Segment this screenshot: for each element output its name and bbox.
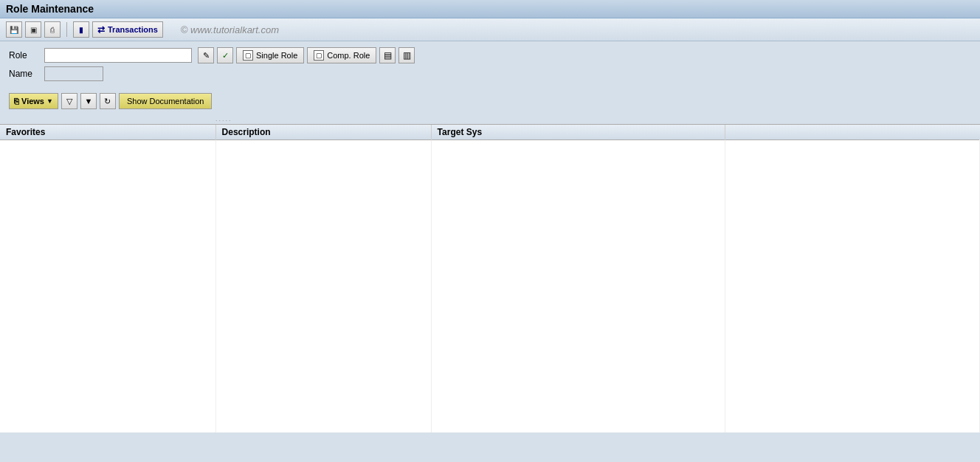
role-label: Role [9, 50, 38, 61]
title-bar: Role Maintenance [0, 0, 980, 18]
table-row [0, 207, 980, 220]
show-doc-label: Show Documentation [127, 97, 204, 106]
table-row [0, 393, 980, 406]
views-table-icon: ⎘ [14, 97, 19, 106]
table-row [0, 353, 980, 366]
name-row: Name [9, 66, 971, 81]
table-row [0, 419, 980, 432]
filter-icon: ▽ [66, 97, 72, 106]
refresh-button[interactable]: ↻ [100, 93, 116, 109]
info-button[interactable]: ▮ [73, 21, 89, 38]
single-role-label: Single Role [256, 51, 297, 60]
icon-btn-1[interactable]: ▤ [379, 47, 396, 63]
table-wrapper: Favorites Description Target Sys [0, 124, 980, 432]
views-dropdown-icon: ▼ [46, 97, 53, 105]
save-icon: 💾 [10, 26, 18, 34]
main-table: Favorites Description Target Sys [0, 125, 980, 432]
toolbar-separator-1 [66, 22, 67, 37]
comp-role-icon: ▢ [314, 50, 324, 61]
icon-btn-2[interactable]: ▥ [398, 47, 415, 63]
resizer-dots: ..... [215, 115, 232, 123]
info-icon: ▮ [79, 26, 83, 34]
table-row [0, 220, 980, 233]
grid-icon-1: ▤ [384, 50, 392, 61]
edit-role-button[interactable]: ✎ [198, 47, 214, 63]
refresh-icon: ↻ [104, 97, 111, 106]
views-toolbar: ⎘ Views ▼ ▽ ▼ ↻ Show Documentation [0, 90, 980, 115]
table-header-row: Favorites Description Target Sys [0, 125, 980, 140]
description-col-header: Description [215, 125, 431, 140]
table-row [0, 193, 980, 207]
views-label: Views [21, 97, 44, 106]
table-row [0, 233, 980, 246]
target-sys-col-header: Target Sys [431, 125, 725, 140]
transactions-icon: ⇄ [97, 24, 105, 35]
table-row [0, 246, 980, 260]
page-title: Role Maintenance [6, 3, 94, 15]
role-actions: ✎ ✓ ▢ Single Role ▢ Comp. Role ▤ ▥ [198, 47, 415, 63]
table-row [0, 326, 980, 339]
table-row [0, 313, 980, 326]
table-row [0, 167, 980, 180]
filter-button[interactable]: ▽ [61, 93, 77, 109]
save-button[interactable]: 💾 [6, 21, 22, 38]
filter-set-button[interactable]: ▼ [80, 93, 97, 109]
check-role-button[interactable]: ✓ [217, 47, 233, 63]
table-row [0, 273, 980, 286]
transactions-label: Transactions [108, 25, 158, 34]
table-row [0, 366, 980, 379]
grid-icon-2: ▥ [403, 50, 411, 61]
delete-icon: ▣ [30, 26, 37, 34]
table-row [0, 180, 980, 193]
table-row [0, 300, 980, 313]
column-resizer-row: ..... [0, 115, 980, 124]
comp-role-button[interactable]: ▢ Comp. Role [307, 47, 376, 63]
table-row [0, 379, 980, 393]
edit-icon: ✎ [203, 51, 210, 61]
single-role-icon: ▢ [243, 50, 253, 61]
table-row [0, 140, 980, 154]
table-row [0, 260, 980, 273]
form-area: Role ✎ ✓ ▢ Single Role ▢ Comp. Role ▤ ▥ [0, 41, 980, 90]
table-body [0, 140, 980, 432]
table-header: Favorites Description Target Sys [0, 125, 980, 140]
favorites-col-header: Favorites [0, 125, 215, 140]
show-documentation-button[interactable]: Show Documentation [119, 93, 213, 109]
check-icon: ✓ [222, 51, 229, 61]
filter-set-icon: ▼ [84, 97, 92, 106]
table-row [0, 339, 980, 353]
views-button[interactable]: ⎘ Views ▼ [9, 93, 58, 109]
single-role-button[interactable]: ▢ Single Role [236, 47, 304, 63]
name-label: Name [9, 69, 38, 79]
role-input[interactable] [44, 48, 192, 63]
print-button[interactable]: ⎙ [44, 21, 61, 38]
transactions-button[interactable]: ⇄ Transactions [92, 21, 163, 38]
delete-button[interactable]: ▣ [25, 21, 41, 38]
watermark: © www.tutorialkart.com [181, 24, 279, 35]
extra-col-header [725, 125, 979, 140]
print-icon: ⎙ [50, 26, 55, 34]
table-row [0, 406, 980, 419]
name-input[interactable] [44, 66, 103, 81]
table-row [0, 286, 980, 300]
role-row: Role ✎ ✓ ▢ Single Role ▢ Comp. Role ▤ ▥ [9, 47, 971, 63]
table-row [0, 154, 980, 167]
comp-role-label: Comp. Role [327, 51, 370, 60]
main-toolbar: 💾 ▣ ⎙ ▮ ⇄ Transactions © www.tutorialkar… [0, 18, 980, 41]
